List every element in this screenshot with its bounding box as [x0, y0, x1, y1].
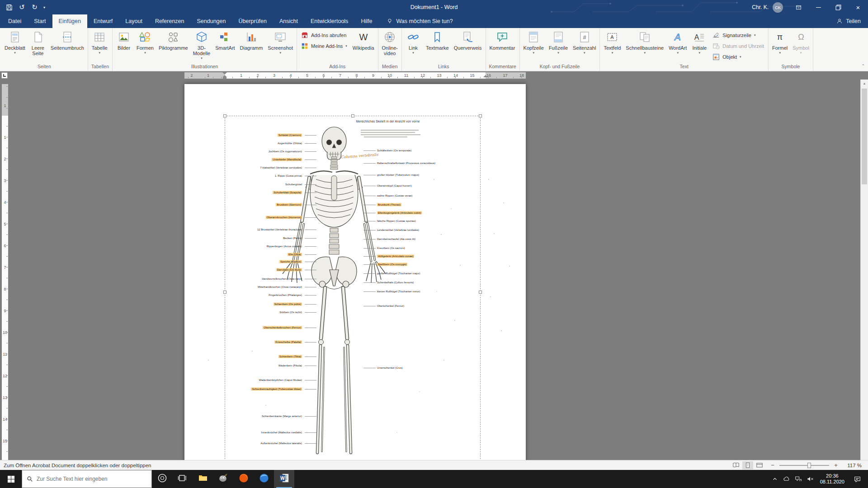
scan-speck	[494, 233, 495, 234]
cross-ref-icon	[461, 30, 475, 44]
left-indent-marker[interactable]	[223, 77, 226, 79]
scroll-up-arrow[interactable]: ▴	[861, 80, 868, 87]
first-line-indent-marker[interactable]	[222, 72, 227, 75]
resize-handle-middle-left[interactable]	[223, 291, 226, 294]
search-input[interactable]	[37, 476, 147, 482]
ribbon-button-online-video[interactable]: Online- video	[380, 28, 400, 63]
ribbon-button-formel[interactable]: πFormel▾	[770, 28, 790, 63]
ribbon-button-screenshot[interactable]: Screenshot▾	[265, 28, 295, 63]
ribbon-display-options-button[interactable]	[788, 0, 808, 14]
collapse-ribbon-button[interactable]: ⌃	[861, 64, 865, 68]
ribbon-button-wordart[interactable]: AWordArt▾	[666, 28, 689, 63]
ribbon-button-meine-add-ins[interactable]: Meine Add-Ins▾	[298, 41, 350, 51]
customize-quick-access-button[interactable]: ▾	[41, 1, 47, 14]
ribbon-button-schnellbausteine[interactable]: Schnellbausteine▾	[623, 28, 666, 63]
ribbon-button-3d-modelle[interactable]: 3D-Modelle▾	[191, 28, 213, 63]
ribbon-button-initiale[interactable]: AInitiale▾	[689, 28, 709, 63]
minimize-button[interactable]	[808, 0, 828, 14]
ribbon-button-smartart[interactable]: SmartArt	[213, 28, 237, 63]
zoom-in-button[interactable]: +	[833, 462, 839, 469]
zoom-out-button[interactable]: −	[769, 462, 776, 469]
taskbar-app-file-explorer[interactable]	[193, 470, 213, 488]
onedrive-tray-icon[interactable]	[781, 470, 793, 488]
tab-entwurf[interactable]: Entwurf	[87, 14, 119, 28]
ribbon-button-seitenumbruch[interactable]: Seitenumbruch	[48, 28, 86, 63]
tab-ansicht[interactable]: Ansicht	[273, 14, 304, 28]
ribbon-button-deckblatt[interactable]: Deckblatt▾	[2, 28, 28, 63]
ribbon-button-fußzeile[interactable]: Fußzeile▾	[547, 28, 570, 63]
ribbon-button-querverweis[interactable]: Querverweis	[452, 28, 484, 63]
start-button[interactable]	[0, 470, 22, 488]
ribbon-button-wikipedia[interactable]: WWikipedia	[350, 28, 377, 63]
tab-sendungen[interactable]: Sendungen	[191, 14, 232, 28]
leader-line	[305, 230, 316, 230]
tab-einfügen[interactable]: Einfügen	[52, 14, 87, 28]
redo-button[interactable]: ↻	[28, 1, 41, 14]
tab-überprüfen[interactable]: Überprüfen	[232, 14, 273, 28]
user-avatar[interactable]: CK	[773, 2, 783, 13]
zoom-level[interactable]: 117 %	[844, 463, 862, 468]
save-button[interactable]	[3, 1, 15, 14]
volume-tray-icon[interactable]	[804, 470, 816, 488]
tab-hilfe[interactable]: Hilfe	[354, 14, 378, 28]
zoom-slider[interactable]	[779, 465, 829, 466]
figure-title: Menschliches Skelett in der Ansicht von …	[333, 120, 443, 123]
tab-layout[interactable]: Layout	[119, 14, 149, 28]
share-button[interactable]: Teilen	[829, 14, 868, 28]
tab-entwicklertools[interactable]: Entwicklertools	[304, 14, 354, 28]
ribbon-button-datum-und-uhrzeit[interactable]: Datum und Uhrzeit	[710, 41, 767, 51]
ribbon-button-objekt[interactable]: Objekt▾	[710, 52, 744, 62]
resize-handle-top-left[interactable]	[223, 114, 226, 117]
vertical-scrollbar[interactable]: ▴	[860, 80, 868, 460]
ribbon-button-textmarke[interactable]: Textmarke	[424, 28, 451, 63]
ribbon-button-kopfzeile[interactable]: Kopfzeile▾	[521, 28, 546, 63]
tab-datei[interactable]: Datei	[2, 14, 28, 28]
zoom-control: − +	[769, 462, 839, 469]
ribbon-button-tabelle[interactable]: Tabelle▾	[90, 28, 110, 63]
taskbar-app-task-view[interactable]	[172, 470, 193, 488]
taskbar-app-firefox[interactable]	[233, 470, 254, 488]
show-hidden-icons-button[interactable]	[769, 470, 781, 488]
close-button[interactable]: ×	[848, 0, 868, 14]
scrollbar-thumb[interactable]	[862, 89, 867, 184]
ribbon-button-symbol[interactable]: ΩSymbol▾	[790, 28, 811, 63]
zoom-slider-thumb[interactable]	[807, 463, 811, 468]
taskbar-app-browser[interactable]	[254, 470, 274, 488]
ribbon-button-textfeld[interactable]: ATextfeld▾	[601, 28, 623, 63]
ribbon-button-leere-seite[interactable]: Leere Seite	[28, 28, 48, 63]
network-tray-icon[interactable]	[793, 470, 804, 488]
ribbon-button-add-ins-abrufen[interactable]: Add-Ins abrufen	[298, 30, 349, 40]
tab-start[interactable]: Start	[28, 14, 52, 28]
resize-handle-top-right[interactable]	[479, 114, 482, 117]
header-icon	[527, 30, 540, 44]
ribbon-button-piktogramme[interactable]: Piktogramme	[156, 28, 190, 63]
ribbon-button-bilder[interactable]: Bilder	[114, 28, 134, 63]
taskbar-app-cortana[interactable]	[152, 470, 172, 488]
tell-me-search[interactable]: Was möchten Sie tun?	[387, 14, 453, 28]
ruler-number: 1	[0, 135, 10, 140]
ribbon-button-kommentar[interactable]: Kommentar	[487, 28, 518, 63]
restore-button[interactable]	[828, 0, 848, 14]
taskbar-app-gimp[interactable]	[213, 470, 233, 488]
print-layout-button[interactable]	[742, 461, 753, 469]
ribbon-button-link[interactable]: Link▾	[403, 28, 423, 63]
ribbon-button-signaturzeile[interactable]: Signaturzeile▾	[710, 30, 758, 40]
taskbar-app-word[interactable]: W	[274, 470, 294, 488]
tab-referenzen[interactable]: Referenzen	[149, 14, 191, 28]
document-page[interactable]: Menschliches Skelett in der Ansicht von …	[184, 84, 526, 460]
taskbar-clock[interactable]: 20:36 08.11.2020	[816, 473, 849, 485]
leader-line	[305, 192, 316, 193]
selected-image[interactable]: Menschliches Skelett in der Ansicht von …	[225, 116, 481, 460]
tab-selector[interactable]	[1, 72, 8, 79]
undo-button[interactable]: ↺	[16, 1, 28, 14]
action-center-button[interactable]	[849, 470, 866, 488]
web-layout-button[interactable]	[754, 461, 765, 469]
ribbon-button-diagramm[interactable]: Diagramm	[238, 28, 265, 63]
ribbon-button-formen[interactable]: Formen▾	[134, 28, 156, 63]
ribbon-button-seitenzahl[interactable]: #Seitenzahl▾	[571, 28, 598, 63]
wikipedia-icon: W	[357, 30, 370, 44]
read-mode-button[interactable]	[731, 461, 741, 469]
resize-handle-middle-right[interactable]	[479, 291, 482, 294]
resize-handle-top-middle[interactable]	[351, 114, 354, 117]
taskbar-search[interactable]	[22, 470, 152, 488]
